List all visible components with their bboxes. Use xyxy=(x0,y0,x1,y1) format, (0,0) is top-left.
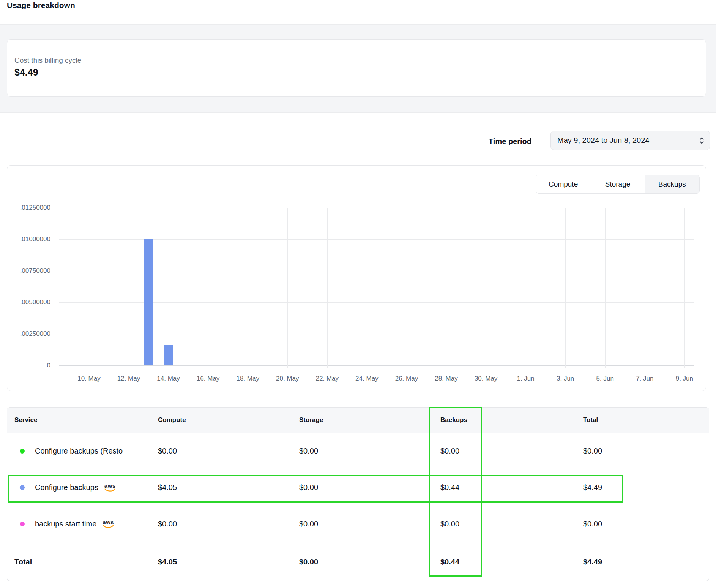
gridline-vertical xyxy=(208,208,208,368)
chart-bar[interactable] xyxy=(144,239,153,365)
service-color-dot xyxy=(20,485,25,490)
y-axis-tick-label: .00500000 xyxy=(7,299,50,306)
x-axis-tick-label: 14. May xyxy=(157,375,180,383)
gridline-vertical xyxy=(89,208,89,368)
cell-storage: $0.00 xyxy=(299,469,318,506)
x-axis-tick-label: 28. May xyxy=(435,375,457,383)
y-axis-tick-label: .01250000 xyxy=(7,204,50,212)
x-axis-tick-label: 1. Jun xyxy=(517,375,534,383)
x-axis-tick-label: 24. May xyxy=(355,375,378,383)
column-header-storage: Storage xyxy=(299,408,323,433)
time-period-value: May 9, 2024 to Jun 8, 2024 xyxy=(557,136,649,145)
cell-total: $0.00 xyxy=(583,433,602,469)
bar-chart: 10. May12. May14. May16. May18. May20. M… xyxy=(59,208,694,365)
y-axis-tick-label: .00750000 xyxy=(7,267,50,275)
gridline-vertical xyxy=(367,208,367,368)
x-axis-tick-label: 12. May xyxy=(117,375,140,383)
service-cell: backups start time aws xyxy=(20,506,114,542)
gridline-vertical xyxy=(248,208,248,368)
gridline-vertical xyxy=(446,208,446,368)
cost-card: Cost this billing cycle $4.49 xyxy=(7,39,706,97)
cell-total: $0.00 xyxy=(583,506,602,542)
x-axis-tick-label: 26. May xyxy=(395,375,418,383)
gridline-vertical xyxy=(327,208,328,368)
usage-breakdown-page: Usage breakdown Cost this billing cycle … xyxy=(0,0,716,588)
total-label: Total xyxy=(14,542,32,581)
gridline-vertical xyxy=(526,208,526,368)
table-row: backups start time aws $0.00$0.00$0.00$0… xyxy=(7,506,709,542)
gridline-vertical xyxy=(287,208,288,368)
x-axis-tick-label: 30. May xyxy=(475,375,497,383)
gridline-vertical xyxy=(129,208,129,368)
tab-compute[interactable]: Compute xyxy=(536,175,590,193)
total-total: $4.49 xyxy=(583,542,602,581)
x-axis-tick-label: 18. May xyxy=(236,375,259,383)
x-axis-tick-label: 16. May xyxy=(197,375,219,383)
cell-compute: $0.00 xyxy=(158,433,177,469)
cell-compute: $0.00 xyxy=(158,506,177,542)
service-cell: Configure backups (Resto xyxy=(20,433,123,469)
chevron-updown-icon xyxy=(699,136,705,145)
cell-backups: $0.44 xyxy=(440,469,459,506)
page-title: Usage breakdown xyxy=(7,1,75,10)
gridline-vertical xyxy=(645,208,645,368)
usage-table: ServiceComputeStorageBackupsTotal Config… xyxy=(7,407,709,581)
gridline-horizontal xyxy=(59,365,694,366)
gridline-vertical xyxy=(565,208,566,368)
total-storage: $0.00 xyxy=(299,542,318,581)
gridline-horizontal xyxy=(59,302,694,303)
time-period-select[interactable]: May 9, 2024 to Jun 8, 2024 xyxy=(550,131,710,150)
billing-summary-band: Cost this billing cycle $4.49 xyxy=(0,24,716,113)
column-header-compute: Compute xyxy=(158,408,186,433)
cell-compute: $4.05 xyxy=(158,469,177,506)
tab-storage[interactable]: Storage xyxy=(590,175,645,193)
cell-storage: $0.00 xyxy=(299,506,318,542)
x-axis-tick-label: 20. May xyxy=(276,375,299,383)
aws-logo-icon: aws xyxy=(104,483,116,492)
usage-chart-card: ComputeStorageBackups .01250000.01000000… xyxy=(7,165,706,391)
aws-logo-icon: aws xyxy=(103,519,114,528)
gridline-vertical xyxy=(407,208,407,368)
x-axis-tick-label: 5. Jun xyxy=(596,375,614,383)
time-period-label: Time period xyxy=(489,137,531,146)
x-axis-tick-label: 22. May xyxy=(316,375,339,383)
column-header-service: Service xyxy=(14,408,38,433)
service-color-dot xyxy=(20,522,25,526)
table-header-row: ServiceComputeStorageBackupsTotal xyxy=(7,408,709,433)
total-compute: $4.05 xyxy=(158,542,177,581)
x-axis-tick-label: 3. Jun xyxy=(557,375,574,383)
chart-metric-tabs: ComputeStorageBackups xyxy=(536,175,700,194)
gridline-horizontal xyxy=(59,208,694,208)
service-label: Configure backups (Resto xyxy=(35,447,123,455)
service-color-dot xyxy=(20,449,25,454)
y-axis-tick-label: .01000000 xyxy=(7,236,50,243)
cell-backups: $0.00 xyxy=(440,506,459,542)
service-label: Configure backups xyxy=(35,483,98,492)
column-header-backups: Backups xyxy=(440,408,467,433)
gridline-horizontal xyxy=(59,239,694,240)
x-axis-tick-label: 9. Jun xyxy=(676,375,693,383)
cell-backups: $0.00 xyxy=(440,433,459,469)
x-axis-tick-label: 10. May xyxy=(77,375,100,383)
chart-bar[interactable] xyxy=(164,345,173,365)
x-axis-tick-label: 7. Jun xyxy=(636,375,653,383)
gridline-horizontal xyxy=(59,271,694,271)
table-total-row: Total$4.05$0.00$0.44$4.49 xyxy=(7,542,709,581)
cost-value: $4.49 xyxy=(14,67,706,78)
gridline-horizontal xyxy=(59,334,694,334)
gridline-vertical xyxy=(605,208,606,368)
gridline-vertical xyxy=(486,208,486,368)
chart-y-axis: .01250000.01000000.00750000.00500000.002… xyxy=(7,208,50,365)
cell-storage: $0.00 xyxy=(299,433,318,469)
y-axis-tick-label: .00250000 xyxy=(7,330,50,338)
tab-backups[interactable]: Backups xyxy=(645,175,699,193)
table-row: Configure backups aws $4.05$0.00$0.44$4.… xyxy=(7,469,709,506)
y-axis-tick-label: 0 xyxy=(7,362,50,369)
table-row: Configure backups (Resto$0.00$0.00$0.00$… xyxy=(7,433,709,469)
service-label: backups start time xyxy=(35,520,96,528)
gridline-vertical xyxy=(169,208,169,368)
service-cell: Configure backups aws xyxy=(20,469,116,506)
column-header-total: Total xyxy=(583,408,598,433)
gridline-vertical xyxy=(684,208,685,368)
cost-label: Cost this billing cycle xyxy=(14,56,706,65)
